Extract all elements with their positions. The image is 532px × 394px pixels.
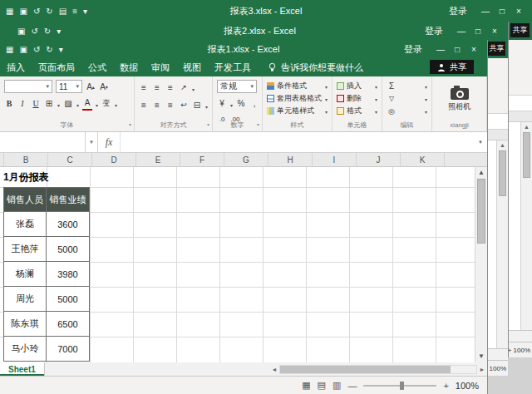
column-header-g[interactable]: G (224, 153, 268, 166)
window-3-grid-fragment[interactable] (509, 122, 532, 330)
qat-dropdown-icon[interactable] (83, 7, 87, 16)
tell-me-box[interactable]: 告诉我你想要做什么 (268, 62, 363, 74)
header-cell-sales[interactable]: 销售业绩 (47, 187, 90, 212)
scroll-up-icon[interactable] (524, 122, 530, 131)
name-box-dropdown-icon[interactable] (86, 132, 98, 152)
normal-view-icon[interactable] (302, 380, 310, 391)
maximize-icon[interactable] (470, 27, 486, 36)
cell-value[interactable]: 5000 (47, 237, 90, 262)
cell-value[interactable]: 6500 (47, 312, 90, 337)
window-2-titlebar[interactable]: 报表2.xlsx - Excel 登录 (12, 22, 508, 40)
window-3-titlebar[interactable]: 报表3.xlsx - Excel 登录 (0, 0, 532, 22)
undo-icon[interactable] (33, 7, 40, 16)
save-icon[interactable] (17, 27, 25, 36)
redo-icon[interactable] (46, 45, 52, 54)
window-2-grid-cells[interactable] (488, 140, 496, 348)
comma-format-icon[interactable] (249, 97, 259, 110)
cell-name[interactable]: 马小玲 (3, 337, 47, 362)
zoom-in-icon[interactable] (508, 347, 512, 354)
window-2-edge[interactable]: 共享 100% (487, 40, 508, 376)
cell-value[interactable]: 5000 (47, 287, 90, 312)
window-2-login-link[interactable]: 登录 (425, 25, 443, 37)
window-3-edge[interactable]: 共享 100% (508, 22, 532, 357)
zoom-slider-thumb[interactable] (400, 382, 404, 390)
currency-format-icon[interactable] (217, 97, 227, 110)
maximize-icon[interactable] (494, 7, 510, 16)
close-icon[interactable] (466, 45, 482, 54)
window-3-login-link[interactable]: 登录 (449, 5, 467, 17)
autosum-button[interactable] (387, 80, 427, 92)
fx-icon[interactable]: fx (98, 132, 121, 152)
font-size-select[interactable]: 11 (56, 80, 82, 93)
sheet-tab-sheet1[interactable]: Sheet1 (0, 362, 45, 376)
sort-filter-button[interactable] (387, 92, 427, 105)
scroll-down-icon[interactable] (478, 351, 485, 362)
scroll-up-icon[interactable] (500, 140, 505, 150)
window-2-share-button[interactable]: 共享 (488, 42, 505, 56)
cell-name[interactable]: 王艳萍 (3, 237, 47, 262)
column-header-k[interactable]: K (401, 153, 445, 166)
maximize-icon[interactable] (449, 45, 466, 54)
font-color-icon[interactable] (82, 96, 92, 111)
scrollbar-thumb[interactable] (523, 132, 530, 178)
minimize-icon[interactable] (432, 45, 449, 54)
ribbon-tab-view[interactable]: 视图 (176, 62, 208, 74)
scroll-right-icon[interactable] (477, 367, 487, 372)
fill-color-icon[interactable] (63, 97, 73, 110)
find-select-button[interactable] (387, 105, 427, 117)
zoom-slider[interactable] (363, 385, 436, 387)
minimize-icon[interactable] (453, 27, 470, 36)
undo-icon[interactable] (33, 45, 40, 54)
merge-center-icon[interactable] (192, 99, 202, 111)
horizontal-scroll-track[interactable] (279, 365, 477, 374)
format-as-table-button[interactable]: 套用表格格式 (267, 92, 328, 105)
column-header-d[interactable]: D (92, 153, 136, 166)
column-header-j[interactable]: J (357, 153, 401, 166)
align-center-icon[interactable] (152, 99, 162, 111)
column-header-h[interactable]: H (268, 153, 313, 166)
ribbon-tab-developer[interactable]: 开发工具 (208, 62, 258, 74)
cell-value[interactable]: 7000 (47, 337, 90, 362)
window-1-login-link[interactable]: 登录 (404, 43, 422, 56)
percent-format-icon[interactable] (236, 97, 246, 110)
ribbon-tab-insert[interactable]: 插入 (0, 62, 32, 74)
align-middle-icon[interactable] (152, 81, 162, 94)
horizontal-scroll-thumb[interactable] (280, 366, 451, 373)
conditional-formatting-button[interactable]: 条件格式 (267, 80, 328, 92)
scrollbar-thumb[interactable] (499, 150, 506, 196)
align-top-icon[interactable] (139, 81, 149, 94)
column-header-b[interactable]: B (4, 153, 48, 166)
column-header-e[interactable]: E (136, 153, 180, 166)
delete-cells-button[interactable]: 删除 (337, 92, 377, 105)
close-icon[interactable] (510, 7, 527, 16)
save-icon[interactable] (19, 45, 27, 54)
window-2-vertical-scrollbar[interactable] (496, 140, 508, 348)
font-name-select[interactable] (4, 80, 52, 93)
undo-icon[interactable] (31, 27, 37, 36)
scrollbar-thumb[interactable] (477, 179, 485, 244)
zoom-out-icon[interactable] (347, 381, 357, 391)
ribbon-tab-data[interactable]: 数据 (113, 62, 145, 74)
number-format-select[interactable]: 常规 (217, 80, 257, 93)
camera-button[interactable]: 照相机 (432, 76, 486, 121)
page-layout-view-icon[interactable] (318, 380, 326, 391)
cell-styles-button[interactable]: 单元格样式 (267, 105, 328, 117)
formula-bar-expand-icon[interactable] (474, 132, 487, 152)
page-break-view-icon[interactable] (332, 380, 341, 391)
report-title-cell[interactable]: 1月份报表 (3, 167, 90, 187)
italic-icon[interactable] (17, 97, 27, 110)
window-3-share-button[interactable]: 共享 (510, 23, 530, 37)
name-box[interactable] (0, 132, 86, 152)
cell-name[interactable]: 周光 (3, 287, 47, 312)
grid-cells[interactable]: 1月份报表 销售人员 销售业绩 张磊 3600 王艳萍 5000 杨澜 3980 (0, 167, 475, 362)
increase-font-icon[interactable] (86, 81, 96, 93)
table-icon[interactable] (59, 7, 66, 16)
column-header-f[interactable]: F (180, 153, 224, 166)
qat-dropdown-icon[interactable] (59, 45, 63, 54)
window-3-grid-cells[interactable] (509, 122, 520, 330)
redo-icon[interactable] (44, 27, 51, 36)
borders-icon[interactable] (44, 97, 54, 110)
format-cells-button[interactable]: 格式 (337, 105, 377, 117)
close-icon[interactable] (486, 27, 503, 36)
phonetic-guide-icon[interactable] (101, 97, 111, 110)
